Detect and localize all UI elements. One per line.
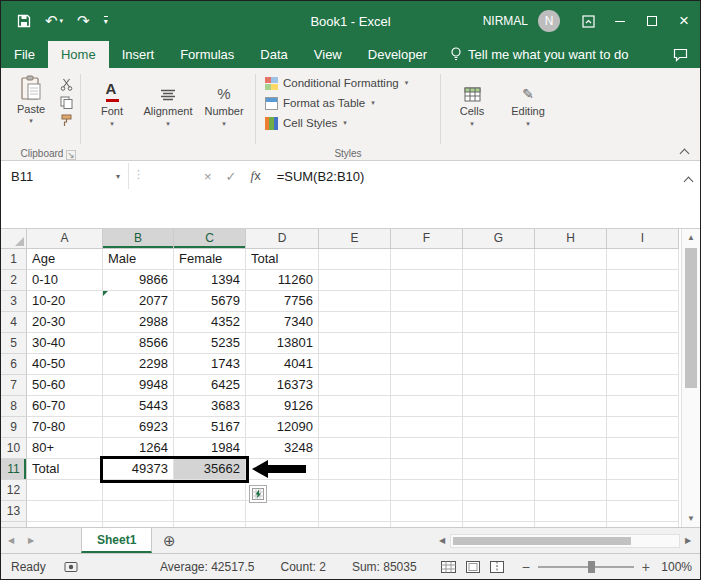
cell-G12[interactable] [463, 480, 535, 501]
scroll-left-button[interactable]: ◀ [434, 536, 450, 545]
horizontal-scrollbar-thumb[interactable] [453, 537, 631, 545]
undo-button[interactable]: ↶▾ [45, 12, 63, 30]
cell-B4[interactable]: 2988 [103, 312, 174, 333]
cell-A5[interactable]: 30-40 [27, 333, 103, 354]
cell-B3[interactable]: 2077 [103, 291, 174, 312]
cell-I5[interactable] [607, 333, 679, 354]
cell-A7[interactable]: 50-60 [27, 375, 103, 396]
row-header-9[interactable]: 9 [1, 417, 27, 438]
save-button[interactable] [17, 14, 31, 28]
cell-F13[interactable] [391, 501, 463, 522]
cell-E6[interactable] [319, 354, 391, 375]
cell-B11[interactable]: 49373 [103, 459, 174, 480]
insert-function-button[interactable]: fx [251, 168, 261, 184]
cell-E10[interactable] [319, 438, 391, 459]
cell-H9[interactable] [535, 417, 607, 438]
cell-H2[interactable] [535, 270, 607, 291]
cell-H12[interactable] [535, 480, 607, 501]
tab-home[interactable]: Home [48, 41, 109, 68]
cell-G9[interactable] [463, 417, 535, 438]
cell-B7[interactable]: 9948 [103, 375, 174, 396]
column-header-F[interactable]: F [391, 229, 463, 249]
cell-B5[interactable]: 8566 [103, 333, 174, 354]
number-group-button[interactable]: % Number ▾ [196, 70, 252, 160]
cell-A10[interactable]: 80+ [27, 438, 103, 459]
scroll-right-button[interactable]: ▶ [680, 536, 696, 545]
cell-E3[interactable] [319, 291, 391, 312]
sheet-tab-sheet1[interactable]: Sheet1 [81, 528, 152, 553]
row-header-7[interactable]: 7 [1, 375, 27, 396]
editing-group-button[interactable]: ✎ Editing ▾ [500, 70, 556, 160]
cell-B13[interactable] [103, 501, 174, 522]
avatar[interactable]: N [538, 10, 560, 32]
cell-H3[interactable] [535, 291, 607, 312]
tab-data[interactable]: Data [247, 41, 300, 68]
zoom-slider-thumb[interactable] [588, 561, 595, 573]
cell-D2[interactable]: 11260 [246, 270, 319, 291]
column-header-D[interactable]: D [246, 229, 319, 249]
column-header-H[interactable]: H [535, 229, 607, 249]
cell-G5[interactable] [463, 333, 535, 354]
cell-A3[interactable]: 10-20 [27, 291, 103, 312]
cell-E9[interactable] [319, 417, 391, 438]
cell-I2[interactable] [607, 270, 679, 291]
ribbon-display-options-button[interactable] [572, 1, 604, 41]
cell-F6[interactable] [391, 354, 463, 375]
quick-analysis-button[interactable] [249, 485, 267, 503]
scroll-up-button[interactable]: ▲ [682, 229, 700, 246]
conditional-formatting-button[interactable]: Conditional Formatting ▾ [265, 74, 431, 92]
row-header-12[interactable]: 12 [1, 480, 27, 501]
zoom-level[interactable]: 100% [658, 560, 692, 574]
column-header-G[interactable]: G [463, 229, 535, 249]
row-header-10[interactable]: 10 [1, 438, 27, 459]
cell-E5[interactable] [319, 333, 391, 354]
cell-H8[interactable] [535, 396, 607, 417]
cell-B9[interactable]: 6923 [103, 417, 174, 438]
name-box[interactable]: B11 ▾ [1, 163, 129, 189]
horizontal-scrollbar[interactable]: ◀ ▶ [434, 532, 696, 549]
cell-C11[interactable]: 35662 [174, 459, 246, 480]
cell-D4[interactable]: 7340 [246, 312, 319, 333]
cell-G8[interactable] [463, 396, 535, 417]
format-as-table-button[interactable]: Format as Table ▾ [265, 94, 431, 112]
cell-I4[interactable] [607, 312, 679, 333]
row-header-2[interactable]: 2 [1, 270, 27, 291]
cell-A4[interactable]: 20-30 [27, 312, 103, 333]
cell-D7[interactable]: 16373 [246, 375, 319, 396]
cell-E13[interactable] [319, 501, 391, 522]
sheet-nav-left-icon[interactable]: ◀ [1, 528, 21, 553]
cell-E8[interactable] [319, 396, 391, 417]
cell-D9[interactable]: 12090 [246, 417, 319, 438]
name-box-dropdown-icon[interactable]: ▾ [108, 172, 128, 181]
cell-C9[interactable]: 5167 [174, 417, 246, 438]
cell-F9[interactable] [391, 417, 463, 438]
vertical-scrollbar[interactable]: ▲ ▼ [681, 229, 700, 527]
normal-view-button[interactable] [441, 561, 456, 573]
cell-C4[interactable]: 4352 [174, 312, 246, 333]
cell-D3[interactable]: 7756 [246, 291, 319, 312]
cell-D8[interactable]: 9126 [246, 396, 319, 417]
cell-styles-button[interactable]: Cell Styles ▾ [265, 114, 431, 132]
cell-F4[interactable] [391, 312, 463, 333]
row-header-3[interactable]: 3 [1, 291, 27, 312]
new-sheet-button[interactable]: ⊕ [152, 528, 186, 553]
cell-C2[interactable]: 1394 [174, 270, 246, 291]
horizontal-scrollbar-track[interactable] [450, 534, 680, 548]
cell-E7[interactable] [319, 375, 391, 396]
sheet-nav-right-icon[interactable]: ▶ [21, 528, 41, 553]
cell-C12[interactable] [174, 480, 246, 501]
cell-F5[interactable] [391, 333, 463, 354]
minimize-button[interactable] [604, 1, 636, 41]
cell-B10[interactable]: 1264 [103, 438, 174, 459]
cell-H6[interactable] [535, 354, 607, 375]
cell-H11[interactable] [535, 459, 607, 480]
font-group-button[interactable]: A Font ▾ [84, 70, 140, 160]
cell-E2[interactable] [319, 270, 391, 291]
cell-C7[interactable]: 6425 [174, 375, 246, 396]
scroll-down-button[interactable]: ▼ [682, 510, 700, 527]
paste-button[interactable]: Paste ▾ [7, 70, 55, 146]
cell-C13[interactable] [174, 501, 246, 522]
cell-G6[interactable] [463, 354, 535, 375]
cell-I7[interactable] [607, 375, 679, 396]
close-button[interactable]: × [668, 1, 700, 41]
